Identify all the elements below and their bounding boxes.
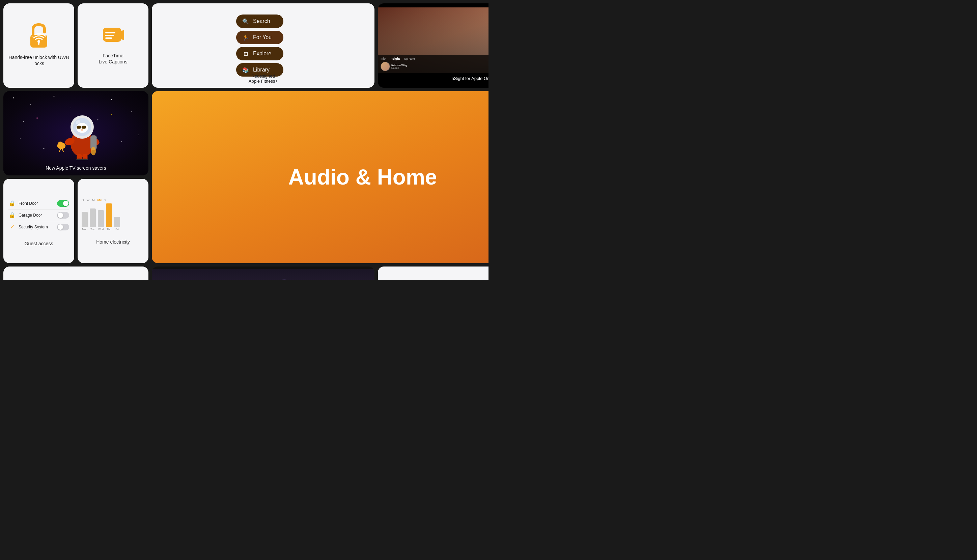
fitness-explore-label: Explore	[253, 51, 271, 57]
svg-point-40	[91, 147, 96, 155]
svg-rect-5	[105, 32, 115, 33]
library-icon: 📚	[242, 66, 250, 74]
bar-label-thu: Thu	[107, 228, 111, 231]
tab-m[interactable]: M	[92, 198, 95, 202]
character-name: Maxine	[391, 67, 407, 69]
card-electricity: D W M 6M Y Mon Tue Wed	[78, 179, 148, 263]
fitness-foryou-label: For You	[253, 34, 272, 40]
svg-point-12	[53, 96, 55, 97]
bar-chart: Mon Tue Wed Thu Fri	[82, 205, 144, 232]
insight-tabs: Info InSight Up Next	[380, 57, 488, 60]
tab-upnext[interactable]: Up Next	[404, 57, 415, 60]
bar-label-tue: Tue	[90, 228, 95, 231]
guest-label: Guest access	[21, 238, 57, 249]
guest-content: 🔒 Front Door 🔒 Garage Door ✓ Security Sy…	[3, 193, 74, 238]
unlock-icon	[27, 22, 51, 49]
search-icon: 🔍	[242, 17, 250, 25]
svg-point-16	[23, 121, 24, 122]
lock-icon-front: 🔒	[8, 200, 16, 207]
card-audio-home: Audio & Home	[152, 91, 488, 263]
svg-rect-36	[82, 126, 86, 129]
fitness-menu-explore[interactable]: ⊞ Explore	[236, 47, 283, 60]
security-name: Security System	[18, 225, 54, 229]
svg-point-10	[13, 97, 14, 98]
fitness-search-label: Search	[253, 18, 270, 24]
frontdoor-name: Front Door	[18, 201, 54, 206]
foryou-icon: 🏃	[242, 33, 250, 42]
security-icon: ✓	[8, 223, 16, 231]
card-insight: Info InSight Up Next Kristen Wiig Maxine	[378, 3, 488, 88]
svg-point-18	[20, 138, 21, 138]
svg-point-15	[131, 111, 132, 112]
svg-rect-2	[38, 42, 40, 45]
tab-w[interactable]: W	[87, 198, 90, 202]
main-grid: Hands-free unlock with UWB locks FaceTim…	[0, 0, 488, 280]
electricity-content: D W M 6M Y Mon Tue Wed	[78, 194, 148, 236]
chart-tabs: D W M 6M Y	[82, 198, 144, 202]
bar-label-fri: Fri	[115, 228, 118, 231]
actor-name: Kristen Wiig	[391, 64, 407, 67]
screensaver-label: New Apple TV screen savers	[3, 165, 148, 171]
bar-label-mon: Mon	[82, 228, 87, 231]
audio-home-title: Audio & Home	[282, 158, 444, 196]
svg-point-57	[273, 280, 295, 280]
security-toggle[interactable]	[57, 224, 69, 230]
door-frontdoor: 🔒 Front Door	[8, 198, 69, 210]
garage-name: Garage Door	[18, 213, 54, 218]
frontdoor-toggle[interactable]	[57, 200, 69, 207]
card-unlock: Hands-free unlock with UWB locks	[3, 3, 74, 88]
card-subtitles: Subtitles on mute	[3, 267, 148, 280]
screensaver-content: New Apple TV screen savers	[3, 91, 148, 175]
svg-marker-4	[122, 30, 124, 40]
svg-point-19	[43, 148, 45, 149]
fitness-library-label: Library	[253, 67, 270, 73]
bar-label-wed: Wed	[98, 228, 103, 231]
card-facetime: FaceTimeLive Captions	[78, 3, 148, 88]
svg-point-11	[30, 104, 31, 105]
card-dialogue: Enhance Dialogue on TVs,receivers, and B…	[152, 267, 375, 280]
snoopy-astronaut	[49, 106, 103, 160]
card-guest: 🔒 Front Door 🔒 Garage Door ✓ Security Sy…	[3, 179, 74, 263]
svg-point-21	[138, 135, 138, 135]
door-security: ✓ Security System	[8, 221, 69, 233]
tab-insight[interactable]: InSight	[390, 57, 400, 60]
facetime-icon	[101, 23, 125, 47]
facetime-label: FaceTimeLive Captions	[95, 50, 132, 67]
bar-thu: Thu	[106, 203, 112, 231]
tab-6m[interactable]: 6M	[97, 198, 102, 202]
bar-mon: Mon	[82, 212, 88, 231]
card-robot: Robot vacuumsin Home app	[378, 267, 488, 280]
bar-tue: Tue	[90, 208, 96, 231]
svg-point-20	[121, 142, 122, 142]
door-garage: 🔒 Garage Door	[8, 210, 69, 221]
garage-toggle[interactable]	[57, 212, 69, 218]
svg-point-14	[111, 99, 112, 100]
electricity-label: Home electricity	[92, 236, 134, 248]
fitness-label: RedesignedApple Fitness+	[152, 73, 375, 84]
svg-point-26	[58, 142, 62, 146]
bar-wed: Wed	[98, 210, 104, 231]
fitness-menu-foryou[interactable]: 🏃 For You	[236, 31, 283, 44]
svg-rect-7	[105, 37, 112, 39]
dialogue-image	[152, 269, 375, 280]
card-fitness: 🔍 Search 🏃 For You ⊞ Explore 📚 Library R…	[152, 3, 375, 88]
bar-fri: Fri	[114, 217, 120, 231]
tab-d[interactable]: D	[82, 198, 84, 202]
lock-icon-garage: 🔒	[8, 212, 16, 219]
svg-rect-35	[77, 126, 81, 129]
actor-avatar	[380, 62, 390, 71]
svg-point-24	[111, 114, 112, 115]
insight-image: Info InSight Up Next Kristen Wiig Maxine	[378, 7, 488, 73]
svg-rect-6	[105, 35, 114, 36]
explore-icon: ⊞	[242, 50, 250, 58]
tab-info[interactable]: Info	[380, 57, 385, 60]
tab-y[interactable]: Y	[104, 198, 106, 202]
unlock-label: Hands-free unlock with UWB locks	[3, 52, 74, 69]
fitness-menu-search[interactable]: 🔍 Search	[236, 15, 283, 28]
svg-point-22	[37, 117, 38, 119]
people-silhouettes	[152, 269, 375, 280]
card-screensaver: New Apple TV screen savers	[3, 91, 148, 175]
svg-point-38	[81, 129, 83, 131]
fitness-menu: 🔍 Search 🏃 For You ⊞ Explore 📚 Library	[236, 15, 283, 77]
insight-label: InSight for Apple Originals	[448, 73, 488, 84]
